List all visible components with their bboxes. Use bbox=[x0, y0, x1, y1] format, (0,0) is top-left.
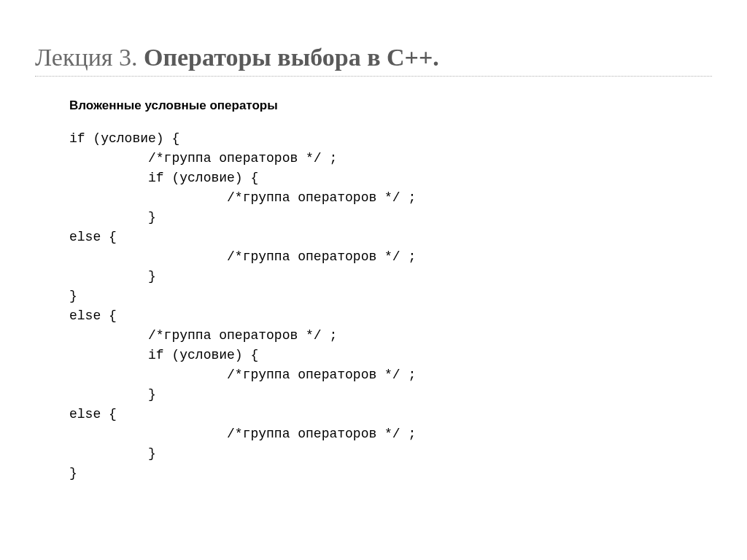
title-divider bbox=[35, 76, 712, 77]
slide-content: Вложенные условные операторы if (условие… bbox=[29, 98, 718, 483]
title-prefix: Лекция 3. bbox=[35, 44, 144, 71]
title-bold: Операторы выбора в С++. bbox=[144, 44, 439, 71]
subheading: Вложенные условные операторы bbox=[69, 98, 718, 113]
page-title: Лекция 3. Операторы выбора в С++. bbox=[29, 44, 718, 71]
code-block: if (условие) { /*группа операторов */ ; … bbox=[69, 129, 718, 483]
